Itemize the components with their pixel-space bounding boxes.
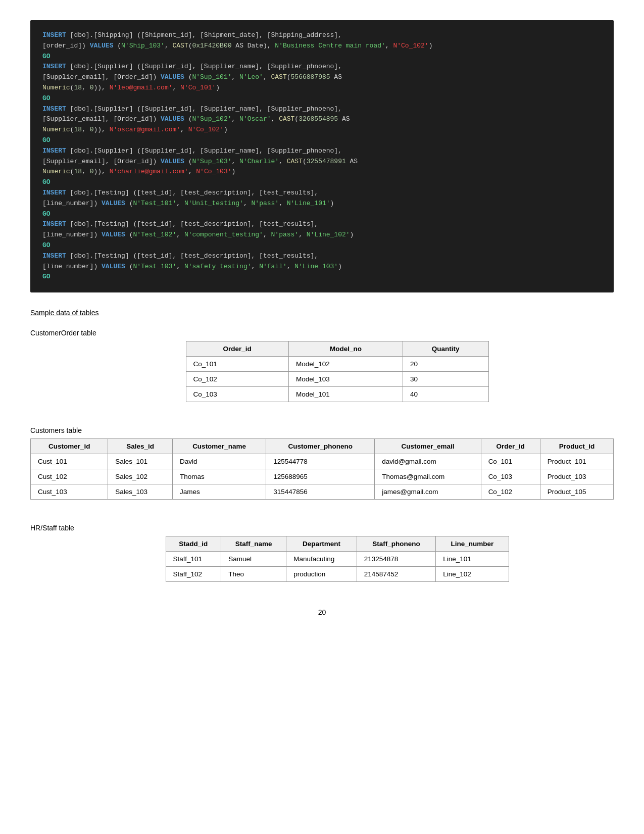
table-cell: Manufacuting: [286, 552, 357, 567]
customer-order-label: CustomerOrder table: [30, 329, 614, 337]
table-cell: Sales_101: [108, 454, 173, 469]
customer-order-col-quantity: Quantity: [403, 341, 488, 357]
table-cell: production: [286, 567, 357, 582]
table-cell: 315447856: [266, 484, 375, 500]
table-cell: Product_105: [540, 484, 613, 500]
table-cell: Model_102: [288, 357, 403, 372]
table-row: Cust_101Sales_101David125544778david@gma…: [31, 454, 614, 469]
table-cell: Staff_101: [166, 552, 221, 567]
customer-order-table: Order_id Model_no Quantity Co_101Model_1…: [186, 341, 489, 402]
table-row: Cust_103Sales_103James315447856james@gma…: [31, 484, 614, 500]
table-cell: 214587452: [357, 567, 436, 582]
table-cell: 125544778: [266, 454, 375, 469]
customers-col-name: Customer_name: [172, 439, 266, 454]
table-row: Staff_101SamuelManufacuting213254878Line…: [166, 552, 509, 567]
table-cell: Model_101: [288, 387, 403, 402]
table-cell: Cust_102: [31, 469, 108, 484]
section-heading: Sample data of tables: [30, 309, 614, 317]
customers-col-phoneno: Customer_phoneno: [266, 439, 375, 454]
customers-label: Customers table: [30, 426, 614, 434]
table-row: Cust_102Sales_102Thomas125688965Thomas@g…: [31, 469, 614, 484]
customers-col-order-id: Order_id: [481, 439, 540, 454]
code-block: INSERT [dbo].[Shipping] ([Shipment_id], …: [30, 20, 614, 292]
page-number: 20: [30, 608, 614, 616]
table-cell: Model_103: [288, 372, 403, 387]
table-cell: Cust_103: [31, 484, 108, 500]
table-cell: Co_102: [481, 484, 540, 500]
table-cell: Cust_101: [31, 454, 108, 469]
hr-staff-label: HR/Staff table: [30, 524, 614, 532]
customers-table: Customer_id Sales_id Customer_name Custo…: [30, 438, 614, 500]
table-cell: James: [172, 484, 266, 500]
table-cell: Co_101: [186, 357, 288, 372]
table-cell: Thomas@gmail.com: [375, 469, 481, 484]
table-cell: Samuel: [221, 552, 286, 567]
table-cell: 213254878: [357, 552, 436, 567]
table-cell: 30: [403, 372, 488, 387]
table-row: Co_102Model_10330: [186, 372, 488, 387]
table-row: Co_103Model_10140: [186, 387, 488, 402]
table-cell: Product_103: [540, 469, 613, 484]
hr-col-stadd-id: Stadd_id: [166, 536, 221, 552]
table-cell: Thomas: [172, 469, 266, 484]
table-cell: Co_103: [186, 387, 288, 402]
table-cell: Co_103: [481, 469, 540, 484]
customers-header-row: Customer_id Sales_id Customer_name Custo…: [31, 439, 614, 454]
table-cell: David: [172, 454, 266, 469]
table-cell: Co_102: [186, 372, 288, 387]
hr-col-phoneno: Staff_phoneno: [357, 536, 436, 552]
customers-col-product-id: Product_id: [540, 439, 613, 454]
table-row: Staff_102Theoproduction214587452Line_102: [166, 567, 509, 582]
table-cell: 125688965: [266, 469, 375, 484]
hr-col-department: Department: [286, 536, 357, 552]
table-cell: Co_101: [481, 454, 540, 469]
customer-order-col-order-id: Order_id: [186, 341, 288, 357]
table-cell: Line_101: [436, 552, 509, 567]
table-cell: Product_101: [540, 454, 613, 469]
hr-col-staff-name: Staff_name: [221, 536, 286, 552]
customer-order-col-model-no: Model_no: [288, 341, 403, 357]
table-cell: david@gmail.com: [375, 454, 481, 469]
table-cell: Staff_102: [166, 567, 221, 582]
hr-staff-wrapper: Stadd_id Staff_name Department Staff_pho…: [30, 536, 614, 598]
table-cell: james@gmail.com: [375, 484, 481, 500]
hr-header-row: Stadd_id Staff_name Department Staff_pho…: [166, 536, 509, 552]
customer-order-wrapper: Order_id Model_no Quantity Co_101Model_1…: [30, 341, 614, 418]
customers-col-email: Customer_email: [375, 439, 481, 454]
table-cell: 40: [403, 387, 488, 402]
table-cell: Sales_102: [108, 469, 173, 484]
table-cell: Line_102: [436, 567, 509, 582]
customer-order-header-row: Order_id Model_no Quantity: [186, 341, 488, 357]
table-cell: Sales_103: [108, 484, 173, 500]
table-cell: Theo: [221, 567, 286, 582]
customers-col-sales-id: Sales_id: [108, 439, 173, 454]
table-row: Co_101Model_10220: [186, 357, 488, 372]
customers-col-id: Customer_id: [31, 439, 108, 454]
hr-col-line-number: Line_number: [436, 536, 509, 552]
table-cell: 20: [403, 357, 488, 372]
hr-staff-table: Stadd_id Staff_name Department Staff_pho…: [166, 536, 509, 582]
